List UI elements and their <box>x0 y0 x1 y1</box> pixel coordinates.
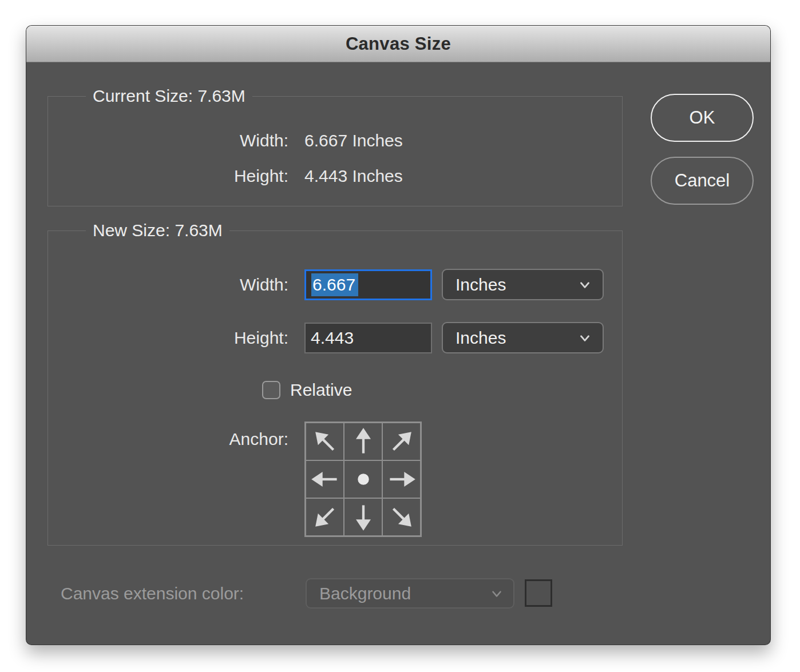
extension-color-swatch <box>525 579 552 607</box>
anchor-cell-bottom-right[interactable] <box>382 498 421 536</box>
relative-row: Relative <box>60 380 611 400</box>
arrow-right-icon <box>387 464 417 494</box>
current-width-label: Width: <box>60 131 288 150</box>
new-size-section: New Size: 7.63M Width: 6.667 Inches <box>47 221 623 546</box>
chevron-down-icon <box>577 331 592 345</box>
arrow-down-right-icon <box>387 502 417 532</box>
anchor-row: Anchor: <box>60 422 611 537</box>
current-height-value: 4.443 Inches <box>304 166 611 186</box>
anchor-cell-top-left[interactable] <box>306 423 344 460</box>
cancel-button[interactable]: Cancel <box>651 157 754 205</box>
arrow-down-icon <box>348 502 378 532</box>
arrow-up-icon <box>348 427 378 456</box>
anchor-cell-center[interactable] <box>344 460 382 498</box>
anchor-grid <box>304 422 422 537</box>
arrow-up-right-icon <box>387 427 417 456</box>
width-unit-value: Inches <box>456 275 506 295</box>
height-input[interactable]: 4.443 <box>304 323 432 353</box>
arrow-up-left-icon <box>310 427 340 456</box>
new-height-row: Height: 4.443 Inches <box>60 322 611 353</box>
anchor-cell-top[interactable] <box>344 423 382 460</box>
canvas-size-dialog: Canvas Size Current Size: 7.63M Width: 6… <box>26 25 771 645</box>
anchor-cell-left[interactable] <box>306 460 344 498</box>
new-size-legend: New Size: 7.63M <box>86 221 229 240</box>
height-input-text: 4.443 <box>311 328 354 348</box>
anchor-cell-bottom-left[interactable] <box>306 498 344 536</box>
current-width-row: Width: 6.667 Inches <box>60 131 611 150</box>
center-dot-icon <box>348 464 378 494</box>
arrow-left-icon <box>310 464 340 494</box>
anchor-cell-top-right[interactable] <box>382 423 421 460</box>
current-size-legend: Current Size: 7.63M <box>86 86 252 106</box>
height-unit-select[interactable]: Inches <box>442 322 604 353</box>
new-height-label: Height: <box>60 328 288 348</box>
width-input-selected-text: 6.667 <box>311 273 358 296</box>
anchor-cell-right[interactable] <box>382 460 421 498</box>
new-width-row: Width: 6.667 Inches <box>60 269 611 300</box>
extension-color-value: Background <box>319 584 411 603</box>
current-height-row: Height: 4.443 Inches <box>60 166 611 186</box>
current-height-label: Height: <box>60 166 288 186</box>
anchor-label: Anchor: <box>60 422 288 449</box>
anchor-cell-bottom[interactable] <box>344 498 382 536</box>
chevron-down-icon <box>577 277 592 292</box>
extension-color-label: Canvas extension color: <box>61 578 244 609</box>
current-width-value: 6.667 Inches <box>304 131 611 150</box>
extension-color-select: Background <box>306 578 514 609</box>
screen-background: Canvas Size Current Size: 7.63M Width: 6… <box>0 0 800 672</box>
relative-checkbox[interactable] <box>262 381 280 399</box>
height-unit-value: Inches <box>456 328 506 348</box>
relative-label: Relative <box>290 380 352 400</box>
width-input[interactable]: 6.667 <box>304 269 432 300</box>
arrow-down-left-icon <box>310 502 340 532</box>
chevron-down-icon <box>489 586 504 601</box>
dialog-titlebar[interactable]: Canvas Size <box>26 26 770 62</box>
new-width-label: Width: <box>60 275 288 295</box>
width-unit-select[interactable]: Inches <box>442 269 604 300</box>
ok-button[interactable]: OK <box>651 94 754 142</box>
current-size-section: Current Size: 7.63M Width: 6.667 Inches … <box>47 86 623 206</box>
window-title: Canvas Size <box>346 34 451 54</box>
